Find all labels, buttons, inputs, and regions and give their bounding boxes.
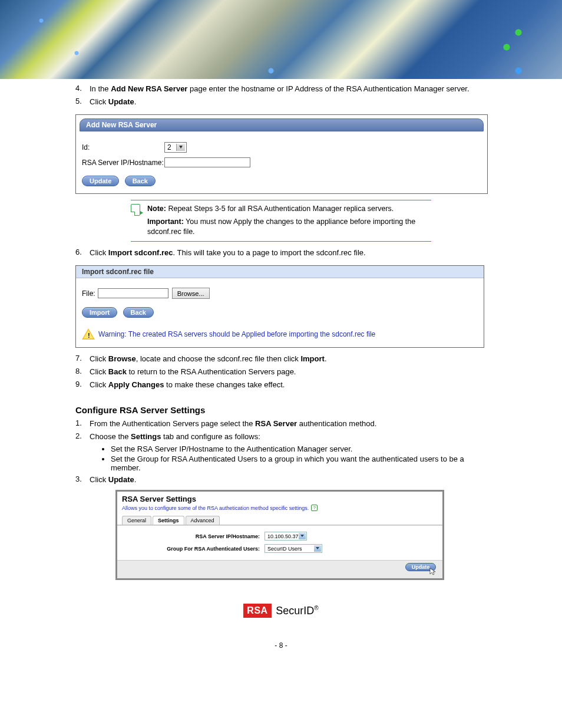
help-icon[interactable]: ? (311, 505, 318, 511)
cursor-icon (429, 568, 437, 576)
step-number-e3: 3. (75, 475, 90, 485)
tab-settings[interactable]: Settings (153, 516, 184, 525)
import-sdconf-screenshot: Import sdconf.rec file File: Browse... I… (75, 265, 484, 348)
securid-text: SecurID® (276, 605, 318, 617)
step-number-5: 5. (75, 97, 90, 107)
settings-group-label: Group For RSA Authenticated Users: (135, 546, 265, 552)
back-button-2[interactable]: Back (123, 307, 154, 318)
settings-title: RSA Server Settings (117, 492, 442, 505)
step-number-d2: 2. (75, 431, 90, 442)
page-number: - 8 - (75, 641, 487, 650)
step-9-text: Click Apply Changes to make these change… (90, 380, 285, 390)
bullet-2: Set the Group for RSA Authenticated User… (111, 454, 487, 472)
update-button[interactable]: Update (82, 176, 119, 186)
configure-rsa-heading: Configure RSA Server Settings (75, 405, 487, 415)
hostname-label: RSA Server IP/Hostname: (82, 159, 164, 167)
header-banner-image (0, 0, 562, 79)
file-label: File: (82, 289, 95, 298)
step-8-text: Click Back to return to the RSA Authenti… (90, 367, 296, 377)
id-select[interactable]: 2 (164, 142, 187, 153)
add-rsa-server-screenshot: Add New RSA Server Id: 2 RSA Server IP/H… (75, 114, 488, 194)
step-6-text: Click Import sdconf.rec. This will take … (90, 248, 366, 258)
settings-host-select[interactable]: 10.100.50.37 (265, 532, 307, 541)
panel-titlebar: Add New RSA Server (80, 118, 484, 131)
tab-advanced[interactable]: Advanced (186, 516, 220, 525)
step-number-d1: 1. (75, 419, 90, 429)
browse-button[interactable]: Browse... (172, 288, 210, 299)
import-button[interactable]: Import (82, 307, 117, 318)
step-4-text: In the Add New RSA Server page enter the… (90, 84, 470, 94)
settings-subtext: Allows you to configure some of the RSA … (122, 505, 309, 511)
tab-general[interactable]: General (122, 516, 151, 525)
warning-text: Warning: The created RSA servers should … (98, 330, 375, 338)
step-number-6: 6. (75, 248, 90, 258)
step-number-8: 8. (75, 367, 90, 377)
note-callout: Note: Repeat Steps 3-5 for all RSA Authe… (131, 200, 431, 242)
file-input[interactable] (98, 288, 168, 298)
settings-group-select[interactable]: SecurID Users (265, 544, 322, 553)
back-button[interactable]: Back (125, 176, 156, 186)
step-7-text: Click Browse, locate and choose the sdco… (90, 354, 327, 364)
step-number-7: 7. (75, 354, 90, 364)
step-number-4: 4. (75, 84, 90, 94)
rsa-logo-icon: RSA (243, 604, 271, 618)
step-e3-text: Click Update. (90, 475, 136, 485)
rsa-server-settings-screenshot: RSA Server Settings Allows you to config… (115, 490, 444, 580)
warning-icon: ! (82, 328, 95, 340)
step-d2-text: Choose the Settings tab and configure as… (90, 431, 260, 442)
step-number-9: 9. (75, 380, 90, 390)
step-5-text: Click Update. (90, 97, 136, 107)
id-label: Id: (82, 143, 164, 151)
note-icon (131, 204, 140, 216)
hostname-input[interactable] (164, 157, 250, 167)
import-titlebar: Import sdconf.rec file (76, 266, 484, 278)
settings-host-label: RSA Server IP/Hostname: (135, 533, 265, 539)
step-d1-text: From the Authentication Servers page sel… (90, 419, 376, 429)
bullet-1: Set the RSA Server IP/Hostname to the Au… (111, 444, 487, 453)
footer-logo: RSA SecurID® (75, 604, 487, 618)
